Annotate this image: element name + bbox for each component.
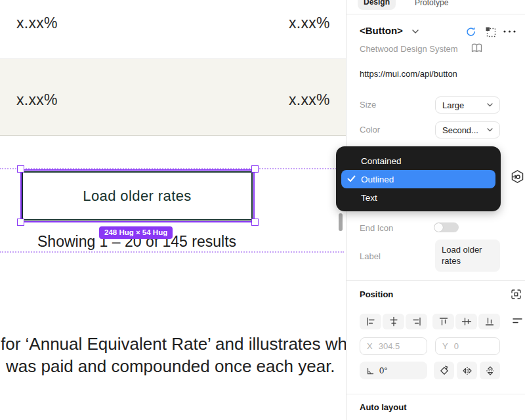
- book-icon[interactable]: [471, 43, 482, 53]
- label-label: Label: [360, 251, 381, 261]
- rate-cell: x.xx%: [16, 91, 58, 109]
- tab-prototype[interactable]: Prototype: [415, 0, 448, 7]
- size-select[interactable]: Large: [435, 96, 500, 114]
- toggle-knob: [434, 223, 443, 232]
- figma-workspace: x.xx% x.xx% x.xx% x.xx% Load older rates…: [0, 0, 525, 420]
- rotation-value: 0°: [379, 366, 387, 375]
- align-right-button[interactable]: [406, 314, 427, 329]
- rate-cell: x.xx%: [16, 14, 58, 32]
- x-position-value: 304.5: [379, 341, 400, 351]
- section-divider: [346, 394, 525, 394]
- tab-design[interactable]: Design: [358, 0, 396, 10]
- y-axis-label: Y: [442, 341, 448, 351]
- rates-table-row-alt: x.xx% x.xx%: [0, 59, 346, 136]
- menu-item-contained[interactable]: Contained: [341, 152, 495, 170]
- end-icon-label: End Icon: [360, 223, 393, 233]
- selection-guide-bottom: [0, 251, 344, 253]
- menu-item-outlined-selected[interactable]: Outlined: [341, 170, 495, 188]
- auto-layout-section-title: Auto layout: [360, 402, 407, 412]
- component-api-url[interactable]: https://mui.com/api/button: [360, 69, 457, 79]
- align-bottom-button[interactable]: [478, 314, 500, 329]
- menu-item-label: Outlined: [361, 175, 394, 184]
- component-name: <Button>: [360, 25, 403, 36]
- x-position-input[interactable]: X 304.5: [360, 337, 427, 355]
- flip-vertical-button[interactable]: [480, 362, 500, 379]
- rate-cell: x.xx%: [289, 14, 330, 32]
- x-axis-label: X: [367, 341, 373, 351]
- menu-item-label: Contained: [361, 156, 402, 166]
- flip-horizontal-button[interactable]: [457, 362, 477, 379]
- rate-cell: x.xx%: [289, 91, 330, 109]
- rates-table-row: x.xx% x.xx%: [0, 0, 346, 59]
- design-canvas[interactable]: x.xx% x.xx% x.xx% x.xx% Load older rates…: [0, 0, 346, 420]
- selection-rectangle: [20, 169, 255, 222]
- selection-handle-bottom-left[interactable]: [17, 219, 24, 226]
- more-icon[interactable]: [503, 30, 516, 33]
- variant-dropdown-menu: Contained Outlined Text: [336, 146, 501, 211]
- label-text-input[interactable]: Load older rates: [435, 240, 500, 272]
- canvas-scrollbar[interactable]: [339, 213, 343, 231]
- color-label: Color: [360, 125, 380, 135]
- token-hexagon-icon[interactable]: [511, 169, 524, 184]
- selection-handle-top-right[interactable]: [251, 165, 259, 173]
- y-position-value: 0: [454, 341, 459, 351]
- size-label: Size: [360, 100, 376, 110]
- align-top-button[interactable]: [432, 314, 454, 329]
- size-value: Large: [442, 100, 464, 110]
- y-position-input[interactable]: Y 0: [435, 337, 500, 355]
- selection-handle-top-left[interactable]: [17, 165, 24, 173]
- paragraph-line-1: for ‘Annual Equivalent Rate’ and illustr…: [1, 334, 346, 354]
- check-icon: [347, 175, 356, 182]
- rotate-button[interactable]: [434, 362, 454, 379]
- menu-item-text[interactable]: Text: [341, 188, 495, 207]
- library-name: Chetwood Design System: [360, 44, 458, 54]
- chevron-down-icon: [487, 103, 493, 107]
- paragraph-line-2: was paid and compounded once each year.: [6, 356, 335, 377]
- color-select[interactable]: Second...: [435, 121, 500, 138]
- position-section-title: Position: [360, 289, 393, 299]
- angle-icon: [366, 367, 374, 375]
- align-left-button[interactable]: [360, 314, 381, 329]
- panel-tabbar: Design Prototype: [346, 0, 525, 14]
- chevron-down-icon[interactable]: [412, 30, 419, 34]
- end-icon-toggle[interactable]: [434, 222, 459, 232]
- menu-item-label: Text: [361, 193, 377, 203]
- align-center-vertical-button[interactable]: [455, 314, 477, 329]
- chevron-down-icon: [487, 128, 493, 132]
- component-dotted-icon[interactable]: [485, 26, 496, 37]
- align-center-horizontal-button[interactable]: [383, 314, 404, 329]
- color-value: Second...: [442, 125, 478, 135]
- refresh-icon[interactable]: [465, 26, 476, 37]
- rotation-input[interactable]: 0°: [360, 362, 427, 379]
- tidy-icon[interactable]: [513, 316, 523, 326]
- dimensions-badge: 248 Hug × 54 Hug: [99, 226, 173, 239]
- selection-handle-bottom-right[interactable]: [251, 219, 259, 226]
- section-divider: [346, 280, 525, 281]
- focus-frame-icon[interactable]: [511, 289, 522, 300]
